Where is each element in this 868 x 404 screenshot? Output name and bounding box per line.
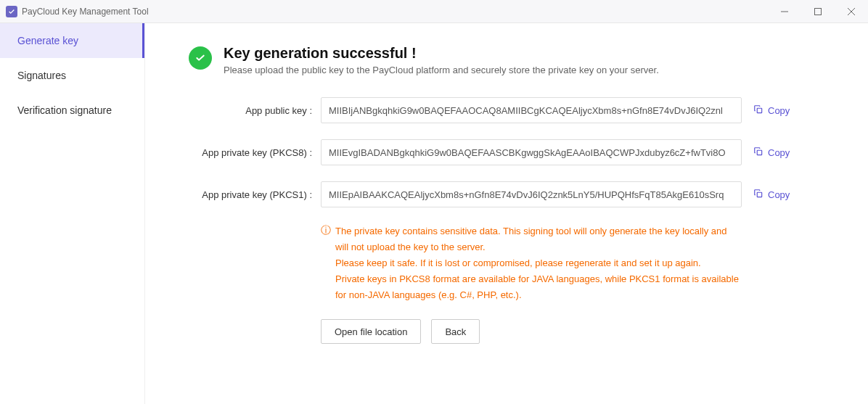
copy-label: Copy: [768, 147, 790, 158]
titlebar: PayCloud Key Management Tool: [0, 0, 868, 23]
warning-block: ⓘ The private key contains sensitive dat…: [321, 223, 742, 303]
sidebar-item-label: Generate key: [17, 35, 78, 46]
sidebar-item-signatures[interactable]: Signatures: [0, 58, 144, 93]
sidebar-item-label: Signatures: [17, 70, 66, 81]
key-label: App public key :: [189, 105, 312, 116]
warning-text: The private key contains sensitive data.…: [335, 223, 742, 303]
app-logo-icon: [6, 6, 17, 17]
copy-public-key-button[interactable]: Copy: [750, 102, 793, 120]
copy-icon: [753, 104, 763, 117]
page-title: Key generation successful !: [224, 45, 659, 62]
header-text: Key generation successful ! Please uploa…: [224, 45, 659, 75]
close-button[interactable]: [835, 0, 868, 23]
content-area: Generate key Signatures Verification sig…: [0, 23, 868, 404]
copy-icon: [753, 147, 763, 159]
sidebar-item-verification[interactable]: Verification signature: [0, 93, 144, 128]
copy-icon: [753, 189, 763, 201]
open-file-location-button[interactable]: Open file location: [321, 319, 421, 344]
sidebar: Generate key Signatures Verification sig…: [0, 23, 145, 404]
copy-label: Copy: [768, 189, 790, 200]
window-controls: [768, 0, 868, 23]
sidebar-item-generate-key[interactable]: Generate key: [0, 23, 144, 58]
public-key-field[interactable]: [321, 97, 742, 123]
sidebar-item-label: Verification signature: [17, 104, 112, 116]
back-button[interactable]: Back: [431, 319, 480, 344]
success-check-icon: [189, 46, 212, 70]
window-title: PayCloud Key Management Tool: [22, 7, 149, 17]
info-icon: ⓘ: [321, 224, 331, 303]
svg-rect-5: [757, 150, 761, 154]
main-panel: Key generation successful ! Please uploa…: [145, 23, 868, 404]
key-label: App private key (PKCS8) :: [189, 147, 312, 158]
copy-pkcs1-button[interactable]: Copy: [750, 186, 793, 204]
private-key-pkcs8-field[interactable]: [321, 139, 742, 165]
svg-rect-1: [815, 8, 822, 15]
page-subtitle: Please upload the public key to the PayC…: [224, 65, 659, 75]
key-row-pkcs1: App private key (PKCS1) : Copy: [189, 181, 839, 207]
key-label: App private key (PKCS1) :: [189, 189, 312, 200]
action-row: Open file location Back: [321, 319, 839, 344]
maximize-button[interactable]: [801, 0, 835, 23]
copy-pkcs8-button[interactable]: Copy: [750, 144, 793, 162]
button-label: Back: [445, 326, 466, 337]
copy-label: Copy: [768, 105, 790, 116]
key-row-public: App public key : Copy: [189, 97, 839, 123]
svg-rect-4: [757, 108, 761, 112]
private-key-pkcs1-field[interactable]: [321, 181, 742, 207]
minimize-button[interactable]: [768, 0, 801, 23]
result-header: Key generation successful ! Please uploa…: [189, 45, 839, 75]
key-row-pkcs8: App private key (PKCS8) : Copy: [189, 139, 839, 165]
svg-rect-6: [757, 192, 761, 197]
titlebar-left: PayCloud Key Management Tool: [0, 6, 149, 17]
button-label: Open file location: [335, 326, 407, 337]
